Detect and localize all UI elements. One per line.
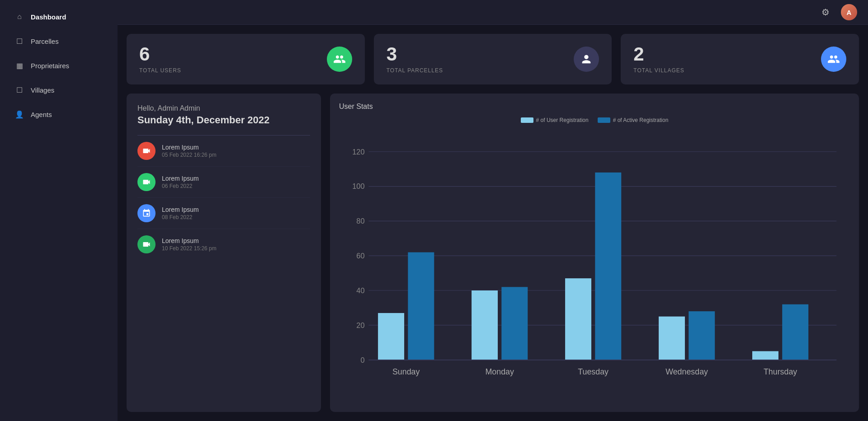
stat-label-villages: TOTAL VILLAGES [633,67,684,74]
svg-rect-14 [378,313,404,360]
sidebar-item-label: Dashboard [31,13,66,21]
svg-rect-21 [595,173,621,360]
activity-date-1: 05 Feb 2022 16:26 pm [162,152,217,158]
welcome-date: Sunday 4th, December 2022 [137,114,310,126]
stat-number-users: 6 [139,45,181,64]
stat-label-parcelles: TOTAL PARCELLES [387,67,443,74]
activity-date-3: 08 Feb 2022 [162,214,199,220]
activity-date-2: 06 Feb 2022 [162,183,199,189]
svg-text:Thursday: Thursday [764,367,797,376]
activity-title-1: Lorem Ipsum [162,144,217,151]
svg-text:Wednesday: Wednesday [665,367,708,376]
activity-info-3: Lorem Ipsum 08 Feb 2022 [162,206,199,220]
svg-text:40: 40 [356,286,364,295]
stat-info-villages: 2 TOTAL VILLAGES [633,45,684,74]
svg-rect-17 [472,290,498,360]
svg-rect-15 [408,253,434,360]
activity-item-2: Lorem Ipsum 06 Feb 2022 [137,167,310,198]
svg-text:60: 60 [356,252,364,260]
svg-rect-27 [782,304,808,360]
activity-info-4: Lorem Ipsum 10 Feb 2022 15:26 pm [162,237,217,252]
activity-item-1: Lorem Ipsum 05 Feb 2022 16:26 pm [137,136,310,167]
stats-row: 6 TOTAL USERS 3 TOTAL PARCELLES [127,34,859,84]
topbar: ⚙ A [118,0,868,25]
sidebar-item-proprietaires[interactable]: ▦ Proprietaires [4,54,114,77]
bar-chart: 020406080100120SundayMondayTuesdayWednes… [339,129,850,403]
stat-info-users: 6 TOTAL USERS [139,45,181,74]
sidebar-item-label: Proprietaires [31,62,69,70]
chart-legend: # of User Registration # of Active Regis… [339,117,850,123]
bottom-row: Hello, Admin Admin Sunday 4th, December … [127,94,859,412]
activity-date-4: 10 Feb 2022 15:26 pm [162,245,217,252]
activity-list: Lorem Ipsum 05 Feb 2022 16:26 pm Lorem I… [137,136,310,260]
svg-text:80: 80 [356,217,364,225]
svg-text:20: 20 [356,321,364,329]
svg-rect-23 [659,317,685,360]
stat-icon-users [327,47,352,72]
svg-text:Tuesday: Tuesday [578,367,609,376]
welcome-greeting: Hello, Admin Admin [137,104,310,112]
villages-icon: ☐ [14,85,24,95]
legend-color-active-reg [598,117,610,123]
stat-label-users: TOTAL USERS [139,67,181,74]
activity-icon-3 [137,204,156,222]
stat-number-villages: 2 [633,45,684,64]
stat-card-parcelles: 3 TOTAL PARCELLES [374,34,612,84]
svg-text:Monday: Monday [485,367,514,376]
svg-text:120: 120 [352,148,364,156]
activity-title-4: Lorem Ipsum [162,237,217,244]
activity-icon-2 [137,173,156,191]
settings-icon: ⚙ [821,7,830,18]
sidebar-item-label: Parcelles [31,37,59,45]
stat-card-users: 6 TOTAL USERS [127,34,365,84]
stat-number-parcelles: 3 [387,45,443,64]
sidebar-item-label: Villages [31,86,54,94]
svg-rect-20 [565,278,591,360]
activity-title-2: Lorem Ipsum [162,175,199,182]
stat-icon-villages [821,47,846,72]
content-area: 6 TOTAL USERS 3 TOTAL PARCELLES [118,25,868,421]
sidebar-item-dashboard[interactable]: ⌂ Dashboard [4,5,114,28]
activity-title-3: Lorem Ipsum [162,206,199,213]
svg-text:Sunday: Sunday [392,367,420,376]
legend-color-user-reg [521,117,533,123]
activity-item-4: Lorem Ipsum 10 Feb 2022 15:26 pm [137,229,310,260]
activity-item-3: Lorem Ipsum 08 Feb 2022 [137,198,310,229]
welcome-card: Hello, Admin Admin Sunday 4th, December … [127,94,321,412]
sidebar-item-label: Agents [31,111,52,118]
legend-label-user-reg: # of User Registration [536,117,589,123]
legend-item-user-reg: # of User Registration [521,117,589,123]
sidebar-item-agents[interactable]: 👤 Agents [4,103,114,126]
sidebar-item-parcelles[interactable]: ☐ Parcelles [4,30,114,52]
proprietaires-icon: ▦ [14,61,24,70]
user-avatar[interactable]: A [841,4,857,20]
sidebar-item-villages[interactable]: ☐ Villages [4,79,114,101]
main-area: ⚙ A 6 TOTAL USERS 3 [118,0,868,421]
chart-title: User Stats [339,103,850,111]
activity-info-1: Lorem Ipsum 05 Feb 2022 16:26 pm [162,144,217,158]
svg-rect-18 [501,287,528,360]
chart-card: User Stats # of User Registration # of A… [330,94,859,412]
svg-text:100: 100 [352,182,364,191]
svg-text:0: 0 [360,356,364,364]
dashboard-icon: ⌂ [14,12,24,22]
activity-icon-4 [137,235,156,253]
parcelles-icon: ☐ [14,36,24,46]
activity-icon-1 [137,142,156,160]
stat-card-villages: 2 TOTAL VILLAGES [621,34,859,84]
stat-info-parcelles: 3 TOTAL PARCELLES [387,45,443,74]
sidebar: ⌂ Dashboard ☐ Parcelles ▦ Proprietaires … [0,0,118,421]
settings-button[interactable]: ⚙ [817,4,834,20]
activity-info-2: Lorem Ipsum 06 Feb 2022 [162,175,199,189]
legend-item-active-reg: # of Active Registration [598,117,669,123]
stat-icon-parcelles [574,47,599,72]
svg-rect-24 [689,311,715,360]
legend-label-active-reg: # of Active Registration [613,117,669,123]
chart-area: 020406080100120SundayMondayTuesdayWednes… [339,129,850,403]
agents-icon: 👤 [14,109,24,119]
svg-rect-26 [752,351,778,360]
